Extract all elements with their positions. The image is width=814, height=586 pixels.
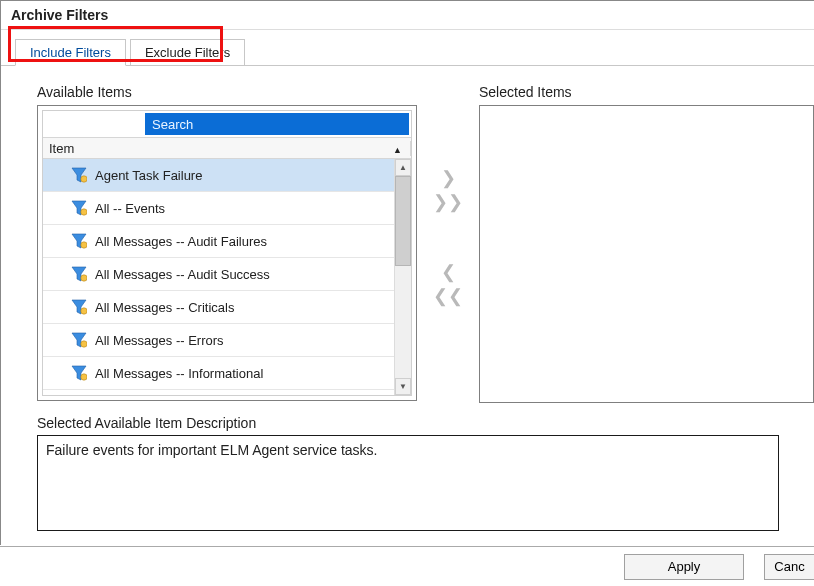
list-item-label: All Messages -- Audit Success [95, 267, 270, 282]
list-item-label: Agent Task Failure [95, 168, 202, 183]
list-item[interactable]: Agent Task Failure [43, 159, 394, 192]
list-item-label: All Messages -- Errors [95, 333, 224, 348]
available-items-grid: Item ▲ Agent Task Failure All -- Events [42, 110, 412, 396]
move-all-right-button[interactable]: ❯❯ [433, 193, 463, 211]
description-title: Selected Available Item Description [37, 415, 417, 431]
list-item-label: All -- Events [95, 201, 165, 216]
sort-asc-icon: ▲ [393, 145, 402, 155]
available-items-title: Available Items [37, 84, 417, 100]
list-item[interactable]: All Messages -- Audit Failures [43, 225, 394, 258]
scroll-up-icon[interactable]: ▲ [395, 159, 411, 176]
tab-include-filters[interactable]: Include Filters [15, 39, 126, 66]
cancel-button[interactable]: Canc [764, 554, 814, 580]
filter-icon [71, 233, 87, 249]
search-input[interactable] [145, 113, 409, 135]
filter-icon [71, 167, 87, 183]
column-header-label: Item [49, 141, 74, 156]
list-item-label: All Messages -- Informational [95, 366, 263, 381]
selected-items-title: Selected Items [479, 84, 814, 100]
column-header-item[interactable]: Item ▲ [43, 141, 411, 156]
apply-button[interactable]: Apply [624, 554, 744, 580]
list-item[interactable]: All Messages -- Audit Success [43, 258, 394, 291]
selected-items-list[interactable] [479, 105, 814, 403]
filter-icon [71, 365, 87, 381]
list-item[interactable]: All Messages -- Errors [43, 324, 394, 357]
list-item-label: All Messages -- Criticals [95, 300, 234, 315]
move-right-button[interactable]: ❯ [441, 169, 456, 187]
list-item[interactable]: All -- Events [43, 192, 394, 225]
list-item[interactable]: All Messages -- Criticals [43, 291, 394, 324]
filter-icon [71, 200, 87, 216]
move-all-left-button[interactable]: ❮❮ [433, 287, 463, 305]
dialog-button-bar: Apply Canc [0, 546, 814, 586]
scroll-thumb[interactable] [395, 176, 411, 266]
panel-title: Archive Filters [1, 1, 814, 30]
tab-exclude-filters[interactable]: Exclude Filters [130, 39, 245, 66]
filter-icon [71, 266, 87, 282]
filter-icon [71, 332, 87, 348]
scrollbar[interactable]: ▲ ▼ [394, 159, 411, 395]
description-text: Failure events for important ELM Agent s… [46, 442, 377, 458]
list-item[interactable]: All Messages -- Informational [43, 357, 394, 390]
scroll-down-icon[interactable]: ▼ [395, 378, 411, 395]
filter-tabs: Include Filters Exclude Filters [15, 39, 245, 66]
list-item-label: All Messages -- Audit Failures [95, 234, 267, 249]
move-left-button[interactable]: ❮ [441, 263, 456, 281]
filter-icon [71, 299, 87, 315]
